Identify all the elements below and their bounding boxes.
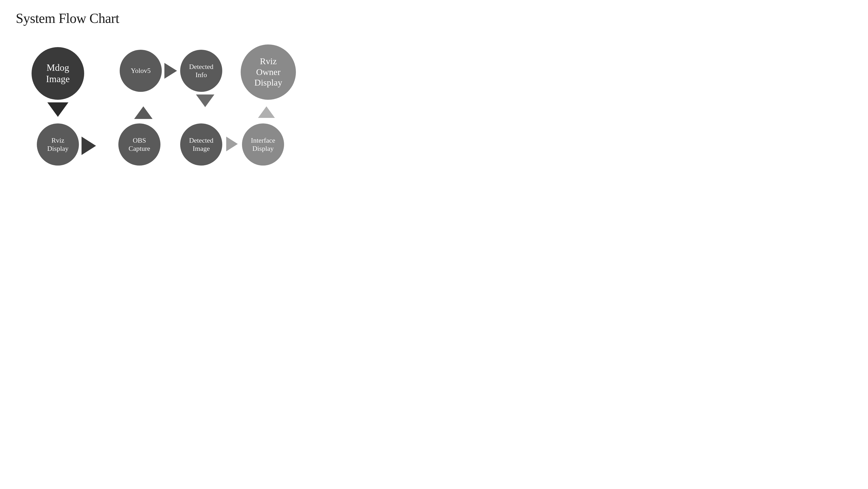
yolov5-node: Yolov5 <box>120 50 162 92</box>
arrow-detected-info-down <box>196 94 214 107</box>
yolov5-label: Yolov5 <box>131 66 151 75</box>
rviz-owner-display-label: Rviz Owner Display <box>254 56 282 88</box>
arrow-mdog-to-rviz <box>48 103 68 117</box>
rviz-owner-display-node: Rviz Owner Display <box>241 45 296 100</box>
interface-display-node: Interface Display <box>242 123 284 166</box>
detected-image-label: Detected Image <box>189 136 213 153</box>
page: System Flow Chart Mdog Image Rviz Displa… <box>0 0 434 244</box>
page-title: System Flow Chart <box>16 10 418 26</box>
flow-diagram: Mdog Image Rviz Display OBS Capture Yolo… <box>16 42 410 221</box>
detected-image-node: Detected Image <box>180 123 222 166</box>
mdog-image-label: Mdog Image <box>46 62 70 85</box>
obs-capture-label: OBS Capture <box>129 136 150 153</box>
detected-info-label: Detected Info <box>189 63 213 79</box>
arrow-detected-image-to-interface <box>226 137 238 151</box>
interface-display-label: Interface Display <box>251 136 275 153</box>
detected-info-node: Detected Info <box>180 50 222 92</box>
rviz-display-label: Rviz Display <box>48 136 69 153</box>
obs-capture-node: OBS Capture <box>118 123 160 166</box>
mdog-image-node: Mdog Image <box>32 47 84 100</box>
arrow-obs-to-yolov5 <box>134 106 153 119</box>
arrow-interface-to-rviz-owner <box>258 106 275 118</box>
arrow-yolov5-to-detected-info <box>164 63 177 79</box>
rviz-display-node: Rviz Display <box>37 123 79 166</box>
arrow-rviz-to-obs <box>82 137 96 155</box>
